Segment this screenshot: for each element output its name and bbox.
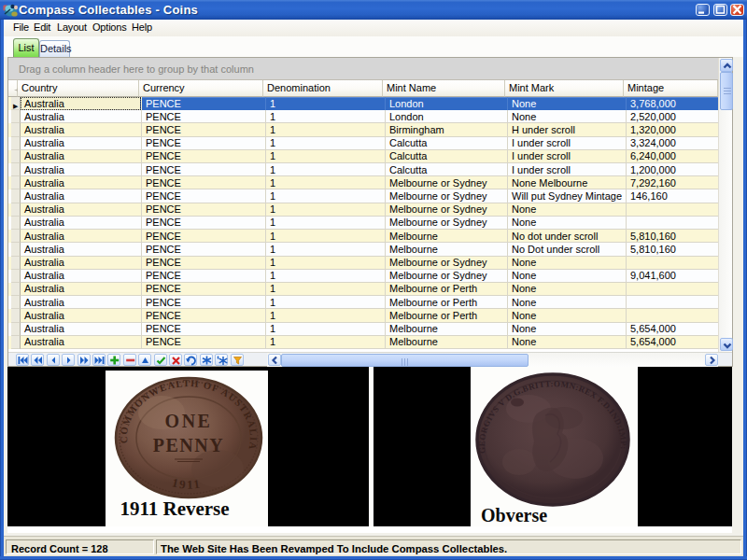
svg-text:1911: 1911 [171, 475, 203, 491]
svg-text:PENNY: PENNY [153, 435, 224, 455]
svg-text:ONE: ONE [165, 411, 213, 431]
